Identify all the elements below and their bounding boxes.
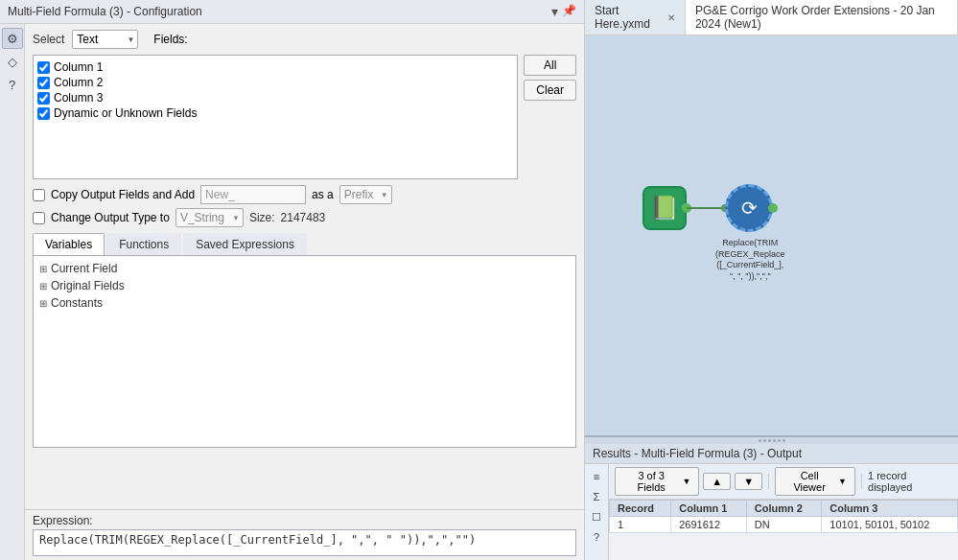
new-field-input[interactable]: [200, 185, 306, 204]
expand-icon-current: ⊞: [39, 264, 47, 274]
fields-count-button[interactable]: 3 of 3 Fields ▼: [615, 467, 699, 496]
tab-functions[interactable]: Functions: [106, 233, 181, 255]
field-item-col2: Column 2: [37, 75, 513, 90]
field-checkbox-col3[interactable]: [37, 92, 50, 105]
field-checkbox-col2[interactable]: [37, 77, 50, 89]
tab-saved-expressions[interactable]: Saved Expressions: [183, 233, 307, 255]
node2-label: Replace(TRIM(REGEX_Replace([_CurrentFiel…: [715, 238, 785, 283]
fields-buttons: All Clear: [524, 55, 576, 179]
expand-icon-constants: ⊞: [39, 298, 47, 309]
tab-start-label: Start Here.yxmd: [595, 4, 660, 31]
change-output-row: Change Output Type to V_String String In…: [33, 208, 576, 227]
all-button[interactable]: All: [524, 55, 576, 76]
cell-col2: DN: [746, 517, 822, 533]
field-item-dynamic: Dynamic or Unknown Fields: [37, 105, 513, 121]
change-output-label: Change Output Type to: [51, 211, 170, 224]
results-table-icon[interactable]: ≡: [588, 468, 605, 485]
field-checkbox-dynamic[interactable]: [37, 107, 50, 120]
vstring-dropdown[interactable]: V_String String Int32: [175, 208, 244, 227]
sort-down-button[interactable]: ▼: [735, 473, 762, 490]
field-label-dynamic: Dynamic or Unknown Fields: [54, 106, 197, 120]
cell-viewer-button[interactable]: Cell Viewer ▼: [775, 467, 855, 496]
field-item-col1: Column 1: [37, 59, 513, 75]
toolbar-separator2: [861, 474, 862, 489]
prefix-dropdown[interactable]: Prefix Suffix: [339, 185, 392, 204]
cell-record: 1: [610, 517, 671, 533]
connector: [687, 207, 725, 209]
clear-button[interactable]: Clear: [524, 80, 576, 101]
size-value: 2147483: [281, 211, 326, 224]
tab-corrigo[interactable]: PG&E Corrigo Work Order Extensions - 20 …: [686, 0, 958, 35]
cell-viewer-arrow: ▼: [838, 477, 847, 486]
tree-item-current-field[interactable]: ⊞ Current Field: [39, 260, 570, 277]
node2[interactable]: ⟳ Replace(TRIM(REGEX_Replace([_CurrentFi…: [725, 184, 773, 232]
fields-dropdown-arrow: ▼: [682, 477, 690, 486]
fields-count-label: 3 of 3 Fields: [623, 470, 679, 493]
tab-variables[interactable]: Variables: [33, 233, 105, 255]
results-panel: Results - Multi-Field Formula (3) - Outp…: [585, 435, 958, 560]
fields-container: Column 1 Column 2 Column 3 Dynamic: [33, 55, 576, 179]
pin-icon[interactable]: 📌: [562, 4, 576, 19]
canvas-area[interactable]: 📗 ⟳ Replace(TRIM(REGEX_Replace([_Current…: [585, 35, 958, 435]
left-sidebar: ⚙ ◇ ?: [0, 24, 25, 560]
tab-start-close[interactable]: ✕: [667, 12, 675, 23]
diamond-icon[interactable]: ◇: [2, 51, 23, 72]
expression-text[interactable]: Replace(TRIM(REGEX_Replace([_CurrentFiel…: [33, 529, 576, 556]
col-column3: Column 3: [822, 501, 958, 517]
tree-item-original-fields[interactable]: ⊞ Original Fields: [39, 277, 570, 294]
copy-output-row: Copy Output Fields and Add as a Prefix S…: [33, 185, 576, 204]
cell-col3: 10101, 50101, 50102: [822, 517, 958, 533]
select-label: Select: [33, 33, 64, 46]
node1-icon: 📗: [643, 186, 687, 230]
expression-area: Expression: Replace(TRIM(REGEX_Replace([…: [25, 509, 584, 560]
tabs-bar: Variables Functions Saved Expressions: [33, 233, 576, 256]
settings-icon[interactable]: ⚙: [2, 28, 23, 49]
resize-handle[interactable]: [585, 437, 958, 444]
results-title: Results - Multi-Field Formula (3) - Outp…: [585, 444, 958, 464]
tree-label-constants: Constants: [51, 296, 103, 310]
sort-down-icon: ▼: [743, 476, 754, 487]
config-area: Select Text Numeric Fields: Colum: [25, 24, 584, 560]
cell-col1: 2691612: [671, 517, 747, 533]
tab-corrigo-label: PG&E Corrigo Work Order Extensions - 20 …: [695, 4, 947, 31]
workflow-container: 📗 ⟳ Replace(TRIM(REGEX_Replace([_Current…: [643, 184, 773, 232]
as-a-label: as a: [312, 188, 334, 201]
fields-list[interactable]: Column 1 Column 2 Column 3 Dynamic: [33, 55, 518, 179]
node2-icon: ⟳: [725, 184, 773, 232]
title-text: Multi-Field Formula (3) - Configuration: [8, 5, 202, 18]
results-help-icon[interactable]: ?: [588, 528, 605, 546]
results-toolbar: 3 of 3 Fields ▼ ▲ ▼ Cell Viewer ▼ 1 reco…: [609, 464, 958, 500]
expand-icon-original: ⊞: [39, 281, 47, 292]
results-sum-icon[interactable]: Σ: [588, 488, 605, 505]
minimize-icon[interactable]: ▾: [551, 4, 558, 19]
toolbar-separator: [768, 474, 769, 489]
select-dropdown[interactable]: Text Numeric: [72, 30, 138, 49]
right-tabs: Start Here.yxmd ✕ PG&E Corrigo Work Orde…: [585, 0, 958, 35]
change-output-checkbox[interactable]: [33, 212, 45, 224]
select-row: Select Text Numeric Fields:: [33, 30, 576, 49]
copy-output-checkbox[interactable]: [33, 189, 45, 201]
tree-label-current: Current Field: [51, 262, 117, 275]
cell-viewer-label: Cell Viewer: [783, 470, 835, 493]
results-cell-icon[interactable]: ☐: [588, 508, 605, 525]
node1[interactable]: 📗: [643, 186, 687, 230]
col-record: Record: [610, 501, 671, 517]
tab-start-here[interactable]: Start Here.yxmd ✕: [585, 0, 686, 35]
results-table: Record Column 1 Column 2 Column 3 1 2691…: [609, 500, 958, 560]
field-item-col3: Column 3: [37, 90, 513, 105]
copy-output-label: Copy Output Fields and Add: [51, 188, 195, 201]
field-checkbox-col1[interactable]: [37, 61, 50, 74]
tree-item-constants[interactable]: ⊞ Constants: [39, 294, 570, 312]
help-icon[interactable]: ?: [2, 74, 23, 95]
sort-up-button[interactable]: ▲: [703, 473, 731, 490]
tree-label-original: Original Fields: [51, 279, 125, 292]
node2-output-dot: [768, 203, 778, 213]
expression-label: Expression:: [33, 514, 576, 527]
field-label-col3: Column 3: [54, 91, 103, 105]
records-label: 1 record displayed: [868, 470, 952, 493]
table-row[interactable]: 1 2691612 DN 10101, 50101, 50102: [610, 517, 958, 533]
col-column1: Column 1: [671, 501, 747, 517]
results-left-icons: ≡ Σ ☐ ?: [585, 464, 609, 560]
field-label-col1: Column 1: [54, 60, 103, 74]
tree-area[interactable]: ⊞ Current Field ⊞ Original Fields ⊞ Cons…: [33, 256, 576, 448]
